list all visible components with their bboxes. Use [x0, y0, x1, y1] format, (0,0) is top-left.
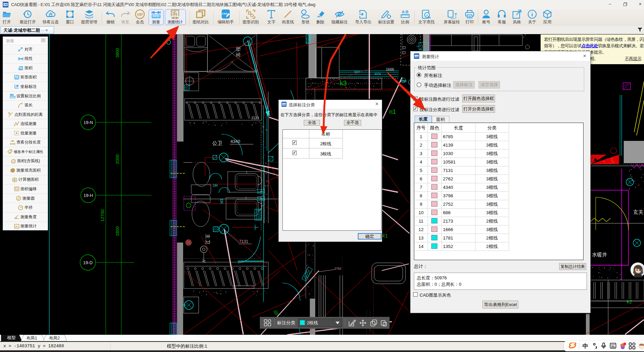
svg-text:DR: DR [213, 184, 218, 187]
svg-text:DR: DR [220, 199, 223, 204]
svg-text:布局1: 布局1 [26, 336, 37, 341]
svg-text:10581: 10581 [443, 159, 456, 165]
svg-text:玄关: 玄关 [633, 209, 643, 215]
svg-text:1030: 1030 [443, 151, 453, 156]
svg-text:3根线: 3根线 [486, 193, 498, 198]
svg-text:A: A [426, 14, 428, 17]
svg-text:11: 11 [418, 219, 423, 224]
svg-text:10: 10 [418, 210, 423, 215]
svg-text:6: 6 [420, 176, 422, 181]
svg-text:A:B: A:B [10, 94, 13, 96]
svg-text:2根线: 2根线 [486, 219, 498, 224]
svg-text:长度: 长度 [454, 125, 463, 130]
svg-text:2173: 2173 [443, 219, 453, 224]
svg-text:k3: k3 [340, 79, 347, 87]
svg-text:n1: n1 [389, 108, 396, 115]
svg-text:4340: 4340 [443, 185, 453, 190]
svg-text:LEB: LEB [258, 190, 263, 193]
svg-text:1352: 1352 [443, 244, 453, 249]
svg-text:CAD: CAD [222, 12, 228, 15]
svg-text:卧: 卧 [236, 47, 241, 52]
svg-text:序号: 序号 [416, 125, 425, 130]
svg-text:19-N: 19-N [83, 120, 93, 125]
svg-text:水暖井: 水暖井 [592, 252, 607, 257]
svg-text:k2: k2 [627, 299, 632, 304]
svg-text:2762: 2762 [335, 267, 341, 270]
svg-text:12700: 12700 [100, 209, 105, 222]
svg-text:19-D: 19-D [83, 260, 93, 265]
svg-text:5: 5 [420, 168, 422, 173]
svg-text:2762: 2762 [443, 176, 453, 181]
svg-text:CAD: CAD [3, 3, 8, 6]
svg-text:3根线: 3根线 [486, 151, 498, 156]
svg-text:2000: 2000 [115, 154, 120, 164]
svg-text:CAD: CAD [415, 55, 419, 57]
svg-text:主: 主 [205, 234, 210, 239]
svg-text:4: 4 [420, 159, 422, 165]
svg-text:3: 3 [420, 151, 422, 156]
svg-text:2根线: 2根线 [486, 235, 498, 241]
svg-text:室: 室 [236, 52, 241, 57]
svg-text:A:B: A:B [402, 10, 408, 14]
svg-text:2根线: 2根线 [486, 244, 498, 249]
svg-text:公卫: 公卫 [212, 140, 222, 146]
svg-text:9: 9 [420, 202, 422, 207]
svg-text:1781: 1781 [443, 235, 453, 241]
svg-text:LEB: LEB [258, 197, 263, 200]
svg-text:19-H: 19-H [83, 193, 93, 198]
svg-text:分类: 分类 [487, 125, 496, 130]
svg-text:CAD: CAD [282, 103, 286, 105]
svg-text:13: 13 [418, 235, 423, 241]
svg-text:3根线: 3根线 [486, 202, 498, 207]
svg-text:1666: 1666 [386, 67, 394, 71]
svg-text:3根线: 3根线 [486, 134, 498, 139]
svg-text:686: 686 [443, 210, 451, 215]
svg-text:名称: 名称 [321, 131, 330, 136]
svg-text:2752: 2752 [443, 202, 453, 207]
svg-text:14: 14 [418, 244, 424, 249]
svg-text:6785: 6785 [443, 134, 453, 139]
svg-text:7131: 7131 [443, 168, 453, 173]
svg-text:2根线: 2根线 [320, 141, 331, 146]
svg-text:颜色: 颜色 [430, 125, 439, 130]
svg-text:3798: 3798 [443, 193, 453, 198]
svg-text:3根线: 3根线 [486, 176, 498, 181]
svg-text:12: 12 [418, 227, 423, 232]
svg-text:3根线: 3根线 [486, 227, 498, 232]
svg-text:7: 7 [420, 185, 422, 190]
svg-text:7131: 7131 [239, 239, 248, 244]
svg-text:3根线: 3根线 [486, 210, 498, 215]
svg-text:3根线: 3根线 [486, 143, 498, 148]
svg-text:3根线: 3根线 [486, 159, 498, 165]
svg-text:1666: 1666 [443, 227, 453, 232]
svg-text:1800: 1800 [115, 226, 120, 236]
svg-text:布局2: 布局2 [49, 336, 60, 341]
svg-text:3根线: 3根线 [320, 151, 331, 156]
svg-text:4139: 4139 [443, 143, 453, 148]
svg-text:3根线: 3根线 [486, 185, 498, 190]
svg-text:卫: 卫 [205, 240, 210, 244]
svg-text:8: 8 [420, 193, 422, 198]
svg-text:2: 2 [420, 143, 422, 148]
svg-text:3根线: 3根线 [486, 168, 498, 173]
svg-text:VIP: VIP [137, 12, 143, 17]
svg-text:1: 1 [420, 134, 422, 139]
svg-text:3800: 3800 [115, 48, 120, 58]
